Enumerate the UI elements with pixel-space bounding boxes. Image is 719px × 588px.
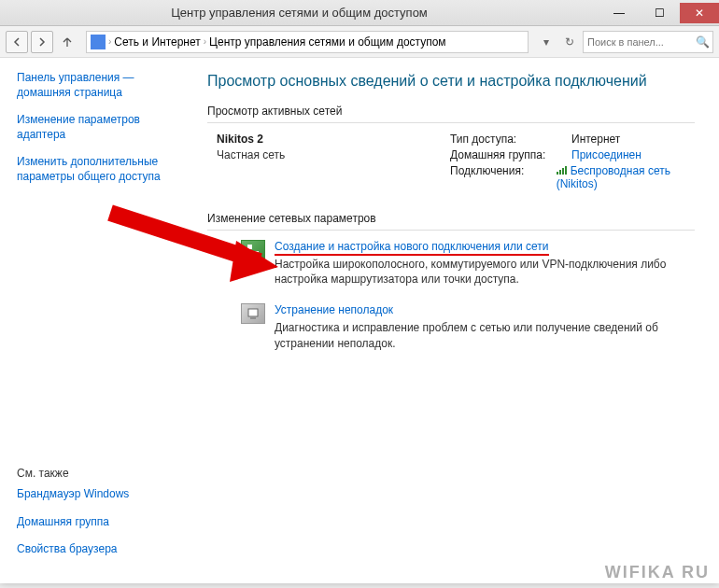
sidebar-link-homegroup[interactable]: Домашняя группа <box>17 515 183 530</box>
close-button[interactable]: ✕ <box>680 3 719 23</box>
sidebar-link-sharing[interactable]: Изменить дополнительные параметры общего… <box>17 155 183 184</box>
titlebar: Центр управления сетями и общим доступом… <box>0 0 719 26</box>
wifi-signal-icon <box>557 165 568 175</box>
back-button[interactable] <box>6 31 28 53</box>
chevron-right-icon: › <box>204 36 206 47</box>
new-connection-desc: Настройка широкополосного, коммутируемог… <box>275 257 695 287</box>
breadcrumb-item[interactable]: Центр управления сетями и общим доступом <box>209 35 446 49</box>
search-input[interactable] <box>584 36 696 48</box>
diagnose-icon <box>247 307 260 320</box>
network-name: Nikitos 2 <box>217 133 450 146</box>
arrow-up-icon <box>61 35 74 49</box>
sidebar-link-firewall[interactable]: Брандмауэр Windows <box>17 487 183 502</box>
sidebar-link-home[interactable]: Панель управления — домашняя страница <box>17 71 183 100</box>
chevron-right-icon: › <box>108 36 111 47</box>
troubleshoot-icon <box>241 303 265 324</box>
content-area: Панель управления — домашняя страница Из… <box>0 58 719 583</box>
refresh-button[interactable]: ↻ <box>559 31 580 53</box>
connection-name: Беспроводная сеть (Nikitos) <box>557 164 670 190</box>
action-troubleshoot: Устранение неполадок Диагностика и испра… <box>241 303 695 350</box>
sidebar-link-browser[interactable]: Свойства браузера <box>17 542 183 557</box>
maximize-button[interactable]: ☐ <box>640 3 679 23</box>
connections-label: Подключения: <box>450 164 557 190</box>
connection-link[interactable]: Беспроводная сеть (Nikitos) <box>557 164 670 190</box>
navbar: › Сеть и Интернет › Центр управления сет… <box>0 26 719 58</box>
minimize-button[interactable]: — <box>599 3 639 23</box>
homegroup-link[interactable]: Присоединен <box>571 148 641 161</box>
up-button[interactable] <box>56 31 78 53</box>
new-connection-title: Создание и настройка нового подключения … <box>275 240 549 256</box>
setup-connection-icon <box>241 240 265 260</box>
arrow-right-icon <box>36 36 48 48</box>
sidebar-link-adapter[interactable]: Изменение параметров адаптера <box>17 113 183 142</box>
troubleshoot-desc: Диагностика и исправление проблем с сеть… <box>275 320 695 350</box>
sidebar: Панель управления — домашняя страница Из… <box>0 58 196 583</box>
control-panel-icon <box>91 35 106 49</box>
main-panel: Просмотр основных сведений о сети и наст… <box>196 58 719 583</box>
svg-rect-2 <box>248 309 258 316</box>
active-network-block: Nikitos 2 Частная сеть Тип доступа: Инте… <box>207 133 695 193</box>
svg-rect-1 <box>254 251 259 256</box>
search-box[interactable]: 🔍 <box>583 31 713 53</box>
access-type-label: Тип доступа: <box>450 133 571 146</box>
search-icon: 🔍 <box>696 35 712 49</box>
page-heading: Просмотр основных сведений о сети и наст… <box>207 73 695 90</box>
breadcrumb-item[interactable]: Сеть и Интернет <box>114 35 200 49</box>
watermark: WIFIKA RU <box>605 563 710 582</box>
forward-button[interactable] <box>31 31 53 53</box>
access-type-value: Интернет <box>571 133 620 146</box>
window-title: Центр управления сетями и общим доступом <box>0 6 599 20</box>
breadcrumb[interactable]: › Сеть и Интернет › Центр управления сет… <box>86 31 529 53</box>
section-change-settings: Изменение сетевых параметров <box>207 212 695 231</box>
troubleshoot-link[interactable]: Устранение неполадок <box>275 303 393 316</box>
arrow-left-icon <box>11 36 22 48</box>
svg-rect-0 <box>247 245 252 249</box>
homegroup-label: Домашняя группа: <box>450 148 571 161</box>
network-type: Частная сеть <box>217 148 450 161</box>
section-active-networks: Просмотр активных сетей <box>207 105 695 123</box>
breadcrumb-dropdown[interactable]: ▾ <box>536 31 557 53</box>
action-new-connection: Создание и настройка нового подключения … <box>241 240 695 287</box>
control-panel-window: Центр управления сетями и общим доступом… <box>0 0 719 583</box>
network-setup-icon <box>247 244 260 257</box>
see-also-label: См. также <box>17 467 183 480</box>
new-connection-link[interactable]: Создание и настройка нового подключения … <box>275 240 549 256</box>
